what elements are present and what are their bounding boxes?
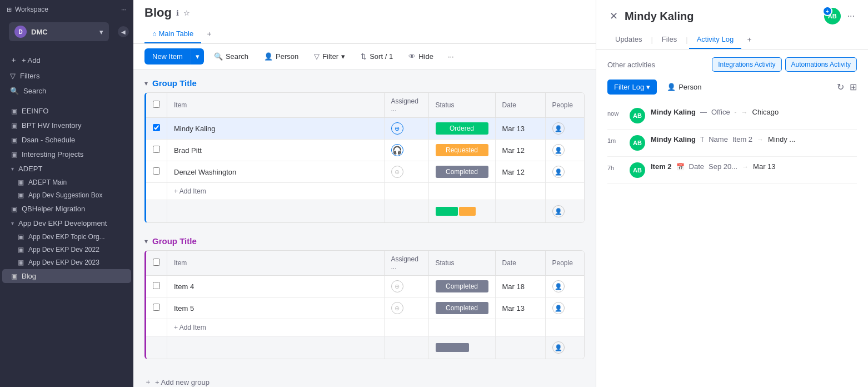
panel-close-button[interactable]: ✕ xyxy=(607,8,620,24)
add-tab-button[interactable]: ＋ xyxy=(201,24,217,43)
table-row[interactable]: Denzel Washington ⊕ Completed Mar 12 👤 xyxy=(146,161,584,183)
filters-button[interactable]: ▽ Filters xyxy=(6,69,128,83)
automations-activity-chip[interactable]: Automations Activity xyxy=(785,57,857,72)
row-checkbox[interactable] xyxy=(153,146,160,153)
table-row[interactable]: Item 4 ⊕ Completed Mar 18 👤 xyxy=(146,276,584,297)
panel-header: ✕ Mindy Kaling AB ··· Updates | Files | … xyxy=(596,0,868,49)
sidebar-item-qbhelper[interactable]: ▣ QBHelper Migration xyxy=(2,202,131,216)
sidebar-item-interesting-projects[interactable]: ▣ Interesting Projects xyxy=(2,147,131,161)
sidebar-item-bpt[interactable]: ▣ BPT HW Inventory xyxy=(2,118,131,132)
add-button[interactable]: ＋ + Add xyxy=(6,52,128,68)
star-icon[interactable]: ☆ xyxy=(183,9,190,17)
people-icon[interactable]: 👤 xyxy=(552,302,565,314)
panel-header-actions: AB ··· xyxy=(824,8,857,24)
table-row[interactable]: Item 5 ⊕ Completed Mar 13 👤 xyxy=(146,297,584,319)
main-content: Blog ℹ ☆ ⌂ Main Table ＋ New Item ▾ 🔍 Sea… xyxy=(133,0,596,387)
sort-icon: ⇅ xyxy=(361,52,367,61)
sort-button[interactable]: ⇅ Sort / 1 xyxy=(355,49,398,64)
tab-main-table[interactable]: ⌂ Main Table xyxy=(144,25,201,43)
people-icon[interactable]: 👤 xyxy=(552,280,565,292)
add-group-button[interactable]: ＋ + Add new group xyxy=(144,373,585,387)
group-1-title[interactable]: Group Title xyxy=(152,78,197,88)
export-icon[interactable]: ⊞ xyxy=(850,82,857,92)
sidebar: ⊞ Workspace ··· D DMC ▾ ◀ ＋ + Add ▽ Filt… xyxy=(0,0,133,387)
sidebar-item-app-dev-ekp[interactable]: ▾ App Dev EKP Development xyxy=(2,216,131,230)
account-selector[interactable]: D DMC ▾ xyxy=(9,22,109,41)
board-icon: ▣ xyxy=(18,233,24,241)
workspace-more-button[interactable]: ··· xyxy=(121,6,127,13)
refresh-icon[interactable]: ↻ xyxy=(837,82,844,92)
sidebar-collapse-button[interactable]: ◀ xyxy=(118,26,129,37)
board-icon: ▣ xyxy=(11,107,17,115)
info-icon[interactable]: ℹ xyxy=(176,9,179,17)
assigned-icon[interactable]: ⊕ xyxy=(391,302,403,314)
filter-icon: ▽ xyxy=(10,72,16,80)
sidebar-item-ekp-dev-2022[interactable]: ▣ App Dev EKP Dev 2022 xyxy=(2,244,131,256)
board-icon: ▣ xyxy=(18,191,24,199)
panel-tab-files[interactable]: Files xyxy=(654,31,685,49)
group-2-title[interactable]: Group Title xyxy=(152,236,197,246)
sidebar-item-eeinfo[interactable]: ▣ EEINFO xyxy=(2,104,131,118)
sidebar-item-dsan[interactable]: ▣ Dsan - Schedule xyxy=(2,133,131,147)
sidebar-item-ekp-dev-2023[interactable]: ▣ App Dev EKP Dev 2023 xyxy=(2,256,131,269)
row-checkbox[interactable] xyxy=(153,167,160,175)
sidebar-item-app-dev-suggestion[interactable]: ▣ App Dev Suggestion Box xyxy=(2,189,131,201)
status-badge: Completed xyxy=(436,302,488,314)
row-checkbox[interactable] xyxy=(153,304,160,311)
sidebar-item-adept-main[interactable]: ▣ ADEPT Main xyxy=(2,176,131,188)
plus-icon: ＋ xyxy=(144,377,152,387)
col-date: Date xyxy=(495,251,545,276)
add-item-label[interactable]: + Add Item xyxy=(167,319,385,336)
person-filter-button[interactable]: 👤 Person xyxy=(258,49,304,64)
sidebar-item-adept[interactable]: ▾ ADEPT xyxy=(2,162,131,176)
people-icon[interactable]: 👤 xyxy=(552,122,565,135)
group-collapse-icon[interactable]: ▾ xyxy=(144,237,148,245)
panel-tab-updates[interactable]: Updates xyxy=(607,31,650,49)
filter-log-row: Filter Log ▾ 👤 Person ↻ ⊞ xyxy=(607,80,857,95)
add-item-row[interactable]: + Add Item xyxy=(146,319,584,336)
row-item-name: Mindy Kaling xyxy=(167,118,385,140)
group-collapse-icon[interactable]: ▾ xyxy=(144,80,148,87)
select-all-checkbox[interactable] xyxy=(153,259,160,266)
assigned-icon[interactable]: ⊕ xyxy=(391,122,403,135)
person-button[interactable]: 👤 Person xyxy=(661,80,707,95)
integrations-activity-chip[interactable]: Integrations Activity xyxy=(712,57,781,72)
new-item-button[interactable]: New Item ▾ xyxy=(144,48,204,64)
row-checkbox[interactable] xyxy=(153,124,160,131)
search-button[interactable]: 🔍 Search xyxy=(208,49,254,64)
panel-more-button[interactable]: ··· xyxy=(845,9,857,23)
hide-button[interactable]: 👁 Hide xyxy=(403,49,439,64)
tab-separator: | xyxy=(686,36,687,44)
people-icon[interactable]: 👤 xyxy=(552,166,565,178)
status-badge: Completed xyxy=(436,166,488,178)
add-panel-tab-button[interactable]: ＋ xyxy=(741,30,757,49)
select-all-checkbox[interactable] xyxy=(153,101,160,108)
assigned-icon[interactable]: 🎧 xyxy=(391,144,403,156)
assigned-icon[interactable]: ⊕ xyxy=(391,166,403,178)
filter-log-actions: ↻ ⊞ xyxy=(837,82,857,92)
filter-log-button[interactable]: Filter Log ▾ xyxy=(607,80,657,95)
status-badge: Ordered xyxy=(436,122,488,135)
panel-tab-activity-log[interactable]: Activity Log xyxy=(689,31,741,49)
sidebar-item-ekp-topic[interactable]: ▣ App Dev EKP Topic Org... xyxy=(2,231,131,243)
row-item-name: Item 5 xyxy=(167,297,385,319)
table-row[interactable]: Mindy Kaling ⊕ Ordered Mar 13 👤 xyxy=(146,118,584,140)
activity-to-value: Chicago xyxy=(752,108,779,116)
avatar-button[interactable]: AB xyxy=(824,8,841,24)
col-item: Item xyxy=(167,93,385,118)
person-icon: 👤 xyxy=(667,83,676,91)
more-options-button[interactable]: ··· xyxy=(443,49,458,64)
new-item-dropdown-icon[interactable]: ▾ xyxy=(191,48,204,64)
toolbar: New Item ▾ 🔍 Search 👤 Person ▽ Filter ▾ … xyxy=(133,44,596,70)
search-button[interactable]: 🔍 Search xyxy=(6,84,128,98)
people-icon[interactable]: 👤 xyxy=(552,144,565,156)
filter-button[interactable]: ▽ Filter ▾ xyxy=(308,49,351,64)
add-item-label[interactable]: + Add Item xyxy=(167,183,385,200)
activity-arrow: → xyxy=(757,136,764,143)
add-item-row[interactable]: + Add Item xyxy=(146,183,584,200)
table-row[interactable]: Brad Pitt 🎧 Requested Mar 12 👤 xyxy=(146,140,584,161)
home-icon: ⌂ xyxy=(152,29,157,38)
sidebar-item-blog[interactable]: ▣ Blog xyxy=(2,269,131,283)
row-checkbox[interactable] xyxy=(153,282,160,289)
assigned-icon[interactable]: ⊕ xyxy=(391,280,403,292)
